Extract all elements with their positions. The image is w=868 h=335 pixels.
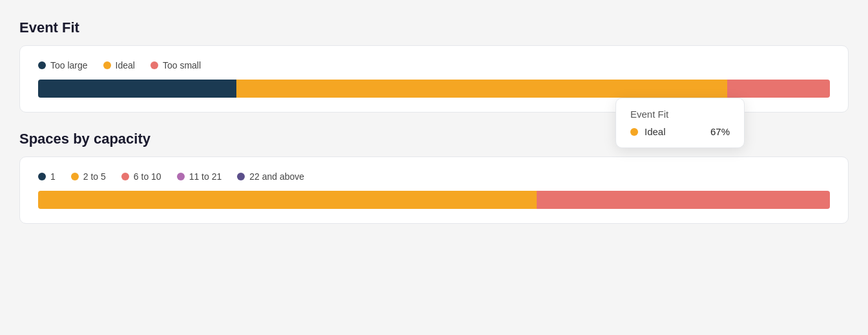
legend-item: Too small [150,60,201,70]
tooltip-dot [630,128,638,136]
legend-label: 6 to 10 [134,171,161,182]
spaces-capacity-legend: 12 to 56 to 1011 to 2122 and above [38,171,830,182]
legend-label: Too large [50,60,88,70]
legend-dot [150,61,158,69]
legend-dot [177,173,185,180]
legend-item: 22 and above [237,171,304,182]
legend-item: 1 [38,171,56,182]
event-fit-legend: Too largeIdealToo small [38,60,830,70]
legend-label: 1 [50,171,56,182]
legend-item: Ideal [103,60,135,70]
event-fit-bar [38,80,830,98]
bar-segment [727,80,830,98]
legend-dot [121,173,129,180]
legend-item: 6 to 10 [121,171,161,182]
bar-segment [236,80,727,98]
event-fit-title: Event Fit [19,19,849,36]
spaces-capacity-bar [38,191,830,209]
legend-dot [38,173,46,180]
legend-dot [38,61,46,69]
legend-label: 2 to 5 [83,171,106,182]
tooltip-label: Ideal [645,126,704,137]
legend-item: Too large [38,60,88,70]
legend-label: Ideal [116,60,135,70]
legend-item: 2 to 5 [71,171,106,182]
legend-label: Too small [163,60,201,70]
legend-label: 22 and above [249,171,304,182]
legend-item: 11 to 21 [177,171,222,182]
event-fit-card: Too largeIdealToo small Event Fit Ideal … [19,45,849,113]
legend-dot [237,173,245,180]
bar-segment [537,191,830,209]
spaces-capacity-card: 12 to 56 to 1011 to 2122 and above [19,157,849,224]
legend-label: 11 to 21 [189,171,222,182]
event-fit-tooltip: Event Fit Ideal 67% [615,98,745,148]
legend-dot [71,173,79,180]
tooltip-value: 67% [710,126,730,137]
bar-segment [38,80,236,98]
tooltip-title: Event Fit [630,109,730,120]
bar-segment [38,191,537,209]
tooltip-row: Ideal 67% [630,126,730,137]
legend-dot [103,61,111,69]
